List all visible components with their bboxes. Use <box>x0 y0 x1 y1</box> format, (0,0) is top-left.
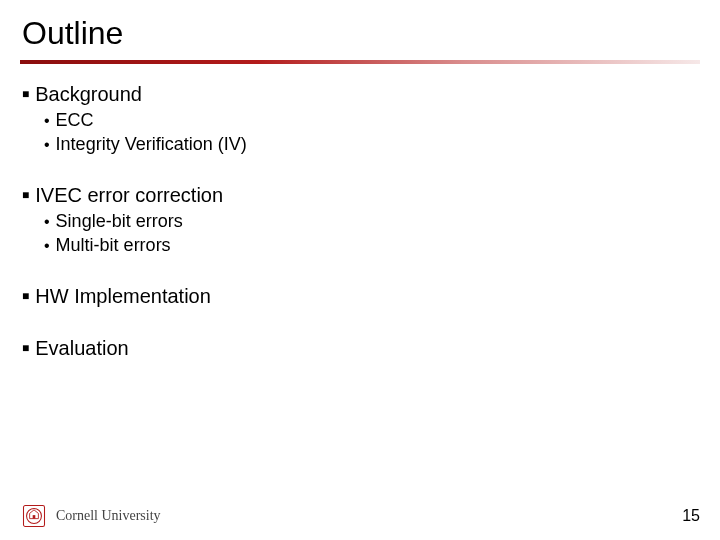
svg-rect-2 <box>33 515 36 519</box>
square-bullet-icon: ■ <box>22 87 29 101</box>
subitems: • Single-bit errors • Multi-bit errors <box>22 211 698 256</box>
section-heading: Background <box>35 82 142 106</box>
section-heading-row: ■ HW Implementation <box>22 284 698 308</box>
section-evaluation: ■ Evaluation <box>22 336 698 360</box>
footer-logo: Cornell University <box>20 502 161 530</box>
university-name: Cornell University <box>56 508 161 524</box>
square-bullet-icon: ■ <box>22 289 29 303</box>
page-number: 15 <box>682 507 700 525</box>
subitem-label: Multi-bit errors <box>56 235 171 257</box>
footer: Cornell University 15 <box>20 502 700 530</box>
section-heading-row: ■ Evaluation <box>22 336 698 360</box>
list-item: • Integrity Verification (IV) <box>44 134 698 156</box>
dot-bullet-icon: • <box>44 212 50 231</box>
section-heading-row: ■ Background <box>22 82 698 106</box>
subitem-label: Integrity Verification (IV) <box>56 134 247 156</box>
subitems: • ECC • Integrity Verification (IV) <box>22 110 698 155</box>
subitem-label: ECC <box>56 110 94 132</box>
section-heading: Evaluation <box>35 336 128 360</box>
dot-bullet-icon: • <box>44 236 50 255</box>
dot-bullet-icon: • <box>44 111 50 130</box>
dot-bullet-icon: • <box>44 135 50 154</box>
section-heading-row: ■ IVEC error correction <box>22 183 698 207</box>
slide-title: Outline <box>0 0 720 60</box>
cornell-seal-icon <box>20 502 48 530</box>
slide: Outline ■ Background • ECC • Integrity V… <box>0 0 720 540</box>
list-item: • ECC <box>44 110 698 132</box>
list-item: • Single-bit errors <box>44 211 698 233</box>
content-area: ■ Background • ECC • Integrity Verificat… <box>0 64 720 360</box>
section-heading: HW Implementation <box>35 284 211 308</box>
square-bullet-icon: ■ <box>22 188 29 202</box>
square-bullet-icon: ■ <box>22 341 29 355</box>
subitem-label: Single-bit errors <box>56 211 183 233</box>
section-background: ■ Background • ECC • Integrity Verificat… <box>22 82 698 155</box>
section-ivec: ■ IVEC error correction • Single-bit err… <box>22 183 698 256</box>
list-item: • Multi-bit errors <box>44 235 698 257</box>
section-hw: ■ HW Implementation <box>22 284 698 308</box>
section-heading: IVEC error correction <box>35 183 223 207</box>
